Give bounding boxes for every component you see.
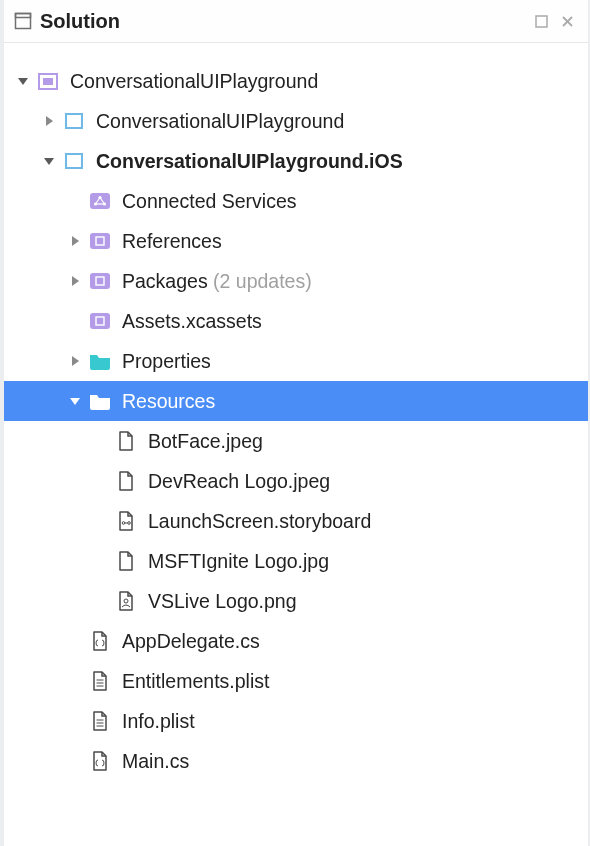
expander-icon[interactable] [64, 390, 86, 412]
tree-item-label: AppDelegate.cs [122, 630, 260, 653]
svg-marker-5 [18, 78, 28, 85]
svg-rect-11 [66, 154, 82, 168]
tree-item-file[interactable]: MSFTIgnite Logo.jpg [4, 541, 588, 581]
csharp-file-icon [86, 629, 114, 653]
folder-icon [86, 389, 114, 413]
tree-item-label: References [122, 230, 222, 253]
tree-item-label: LaunchScreen.storyboard [148, 510, 371, 533]
svg-rect-9 [66, 114, 82, 128]
tree-item-cs-file[interactable]: Main.cs [4, 741, 588, 781]
tree-item-resources[interactable]: Resources [4, 381, 588, 421]
svg-rect-25 [90, 313, 110, 329]
svg-rect-1 [16, 14, 31, 18]
tree-item-project-ios[interactable]: ConversationalUIPlayground.iOS [4, 141, 588, 181]
expander-icon[interactable] [38, 150, 60, 172]
expander-icon[interactable] [64, 350, 86, 372]
tree-item-label: ConversationalUIPlayground.iOS [96, 150, 403, 173]
tree-item-label: Packages (2 updates) [122, 270, 312, 293]
svg-rect-2 [536, 16, 547, 27]
tree-item-label: Info.plist [122, 710, 195, 733]
solution-pad-title: Solution [40, 10, 528, 33]
svg-marker-8 [46, 116, 53, 126]
svg-marker-28 [70, 398, 80, 405]
file-icon [112, 469, 140, 493]
close-button[interactable] [554, 11, 580, 31]
tree-item-packages[interactable]: Packages (2 updates) [4, 261, 588, 301]
tree-item-project[interactable]: ConversationalUIPlayground [4, 101, 588, 141]
tree-item-file[interactable]: BotFace.jpeg [4, 421, 588, 461]
assets-icon [86, 309, 114, 333]
detach-button[interactable] [528, 11, 554, 31]
storyboard-file-icon [112, 509, 140, 533]
tree-item-label: Assets.xcassets [122, 310, 262, 333]
tree-item-assets[interactable]: Assets.xcassets [4, 301, 588, 341]
project-icon [60, 149, 88, 173]
svg-marker-19 [72, 236, 79, 246]
packages-updates-hint: (2 updates) [213, 270, 312, 292]
tree-item-label: ConversationalUIPlayground [96, 110, 344, 133]
expander-icon[interactable] [38, 110, 60, 132]
references-icon [86, 229, 114, 253]
tree-item-label: BotFace.jpeg [148, 430, 263, 453]
tree-item-connected-services[interactable]: Connected Services [4, 181, 588, 221]
packages-icon [86, 269, 114, 293]
tree-item-properties[interactable]: Properties [4, 341, 588, 381]
tree-item-plist-file[interactable]: Entitlements.plist [4, 661, 588, 701]
tree-item-label: Connected Services [122, 190, 297, 213]
tree-item-label: Properties [122, 350, 211, 373]
file-icon [112, 549, 140, 573]
solution-header-icon [12, 12, 34, 30]
tree-item-label: VSLive Logo.png [148, 590, 297, 613]
svg-marker-10 [44, 158, 54, 165]
tree-item-label: Main.cs [122, 750, 189, 773]
solution-icon [34, 69, 62, 93]
expander-icon[interactable] [64, 230, 86, 252]
svg-rect-12 [90, 193, 110, 209]
tree-item-label: DevReach Logo.jpeg [148, 470, 330, 493]
project-icon [60, 109, 88, 133]
tree-item-file[interactable]: VSLive Logo.png [4, 581, 588, 621]
svg-rect-23 [90, 273, 110, 289]
svg-rect-0 [16, 14, 31, 29]
tree-item-label: Entitlements.plist [122, 670, 269, 693]
solution-tree[interactable]: ConversationalUIPlayground Conversationa… [4, 43, 588, 781]
file-icon [112, 429, 140, 453]
tree-item-cs-file[interactable]: AppDelegate.cs [4, 621, 588, 661]
tree-item-solution-root[interactable]: ConversationalUIPlayground [4, 61, 588, 101]
tree-item-storyboard[interactable]: LaunchScreen.storyboard [4, 501, 588, 541]
tree-item-references[interactable]: References [4, 221, 588, 261]
plist-file-icon [86, 669, 114, 693]
plist-file-icon [86, 709, 114, 733]
folder-icon [86, 349, 114, 373]
image-file-icon [112, 589, 140, 613]
expander-icon[interactable] [64, 270, 86, 292]
solution-pad-window: Solution Conversa [4, 0, 588, 846]
expander-icon[interactable] [12, 70, 34, 92]
tree-item-file[interactable]: DevReach Logo.jpeg [4, 461, 588, 501]
svg-marker-27 [72, 356, 79, 366]
tree-item-label: Resources [122, 390, 215, 413]
tree-item-label: MSFTIgnite Logo.jpg [148, 550, 329, 573]
tree-item-label: ConversationalUIPlayground [70, 70, 318, 93]
svg-rect-20 [90, 233, 110, 249]
svg-marker-22 [72, 276, 79, 286]
tree-item-plist-file[interactable]: Info.plist [4, 701, 588, 741]
svg-rect-7 [43, 78, 53, 85]
solution-pad-header: Solution [4, 0, 588, 43]
csharp-file-icon [86, 749, 114, 773]
connected-services-icon [86, 189, 114, 213]
